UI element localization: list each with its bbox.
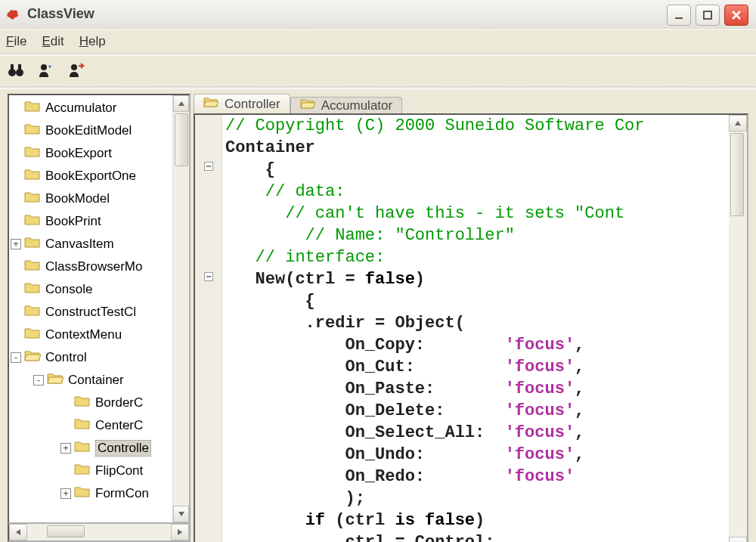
menu-file[interactable]: File	[6, 34, 26, 49]
scroll-up-icon[interactable]	[729, 115, 747, 132]
titlebar: ClassView	[0, 0, 756, 29]
tree-label: BookPrint	[45, 214, 101, 229]
tree-item[interactable]: ContextMenu	[11, 324, 172, 346]
folder-icon	[74, 485, 91, 502]
fold-gutter[interactable]	[195, 115, 222, 542]
folder-icon	[24, 100, 41, 116]
tree-item[interactable]: ConstructTestCl	[11, 301, 172, 324]
tab-label: Controller	[225, 97, 280, 112]
tree-toggle[interactable]: +	[11, 239, 21, 249]
folder-icon	[24, 145, 41, 162]
tree-toggle[interactable]: -	[11, 352, 21, 363]
scroll-thumb[interactable]	[175, 113, 188, 166]
tree-item[interactable]: +CanvasItem	[11, 233, 172, 256]
code-editor[interactable]: // Copyright (C) 2000 Suneido Software C…	[222, 115, 729, 542]
tree-item[interactable]: BorderC	[11, 392, 172, 414]
scroll-up-icon[interactable]	[173, 95, 189, 112]
tree-item[interactable]: -Control	[11, 346, 172, 369]
tree-label: Control	[45, 350, 87, 365]
tree-item[interactable]: BookExportOne	[11, 165, 172, 187]
folder-icon	[24, 213, 41, 230]
folder-icon	[24, 327, 41, 343]
scroll-down-icon[interactable]	[729, 537, 747, 542]
editor-frame: // Copyright (C) 2000 Suneido Software C…	[194, 113, 748, 542]
tree-item[interactable]: +Controlle	[11, 437, 172, 460]
tree-toggle[interactable]: -	[33, 375, 44, 386]
svg-rect-0	[675, 17, 683, 19]
scroll-thumb[interactable]	[730, 133, 744, 216]
tree-toggle[interactable]: +	[60, 488, 71, 499]
fold-toggle[interactable]	[204, 272, 213, 281]
close-button[interactable]	[724, 5, 748, 26]
folder-icon	[74, 395, 91, 411]
tree-item[interactable]: Console	[11, 278, 172, 301]
tree-item[interactable]: BookModel	[11, 187, 172, 210]
folder-icon	[24, 168, 41, 184]
folder-icon	[47, 372, 64, 389]
tab-accumulator[interactable]: Accumulator	[290, 97, 402, 113]
editor-vscrollbar[interactable]	[729, 115, 747, 542]
tree-hscrollbar[interactable]	[8, 524, 191, 542]
folder-icon	[24, 236, 41, 252]
tab-label: Accumulator	[321, 98, 392, 113]
tree-content[interactable]: AccumulatorBookEditModelBookExportBookEx…	[9, 95, 172, 522]
tree-item[interactable]: BookPrint	[11, 210, 172, 233]
tab-bar: Controller Accumulator	[194, 94, 748, 113]
folder-icon	[24, 122, 41, 139]
folder-icon	[24, 190, 41, 207]
folder-icon	[24, 304, 41, 321]
svg-rect-1	[704, 11, 711, 19]
tree-label: BookModel	[45, 191, 110, 206]
svg-rect-4	[11, 64, 14, 70]
person-arrow-icon[interactable]	[68, 63, 85, 80]
tree-label: BorderC	[95, 395, 143, 410]
tree-item[interactable]: +FormCon	[11, 482, 172, 505]
folder-icon	[24, 281, 41, 298]
fold-toggle[interactable]	[204, 162, 213, 171]
menubar: File Edit Help	[0, 29, 756, 53]
person-sparkle-icon[interactable]	[38, 63, 54, 80]
scroll-thumb[interactable]	[47, 525, 85, 537]
tree-item[interactable]: Accumulator	[11, 97, 172, 119]
editor-panel: Controller Accumulator // Copyright (C) …	[194, 89, 756, 542]
tab-controller[interactable]: Controller	[194, 94, 290, 113]
tree-item[interactable]: ClassBrowserMo	[11, 256, 172, 278]
tree-label: ContextMenu	[45, 327, 122, 342]
maximize-button[interactable]	[696, 5, 720, 26]
folder-icon	[74, 463, 91, 479]
tree-item[interactable]: BookEditModel	[11, 119, 172, 142]
scroll-down-icon[interactable]	[173, 506, 189, 522]
tree-panel: AccumulatorBookEditModelBookExportBookEx…	[0, 89, 194, 542]
folder-icon	[74, 417, 91, 434]
menu-edit[interactable]: Edit	[42, 34, 64, 49]
tree-item[interactable]: BookExport	[11, 142, 172, 165]
tree-label: Accumulator	[45, 101, 116, 116]
svg-point-6	[41, 64, 47, 70]
folder-icon	[24, 349, 41, 366]
tree-label: ConstructTestCl	[45, 305, 136, 320]
tree-label: BookExport	[45, 146, 112, 161]
tree-label: CanvasItem	[45, 237, 114, 252]
tree-item[interactable]: CenterC	[11, 414, 172, 437]
tree-label: Controlle	[95, 440, 151, 457]
main-area: AccumulatorBookEditModelBookExportBookEx…	[0, 89, 756, 542]
app-icon	[5, 6, 21, 23]
folder-open-icon	[300, 98, 315, 113]
tree-item[interactable]: FlipCont	[11, 460, 172, 482]
tree-label: CenterC	[95, 418, 143, 433]
folder-icon	[74, 440, 91, 457]
tree-label: Console	[45, 282, 92, 297]
tree-label: Container	[68, 373, 124, 388]
scroll-left-icon[interactable]	[9, 524, 27, 540]
svg-point-7	[71, 64, 77, 70]
tree-vscrollbar[interactable]	[172, 95, 189, 522]
folder-open-icon	[203, 96, 218, 112]
menu-help[interactable]: Help	[79, 34, 106, 49]
binoculars-icon[interactable]	[8, 63, 24, 80]
toolbar	[0, 56, 756, 86]
scroll-right-icon[interactable]	[171, 524, 189, 540]
tree-toggle[interactable]: +	[60, 443, 71, 454]
tree-item[interactable]: -Container	[11, 369, 172, 392]
tree-label: BookExportOne	[45, 169, 136, 184]
minimize-button[interactable]	[667, 5, 691, 26]
